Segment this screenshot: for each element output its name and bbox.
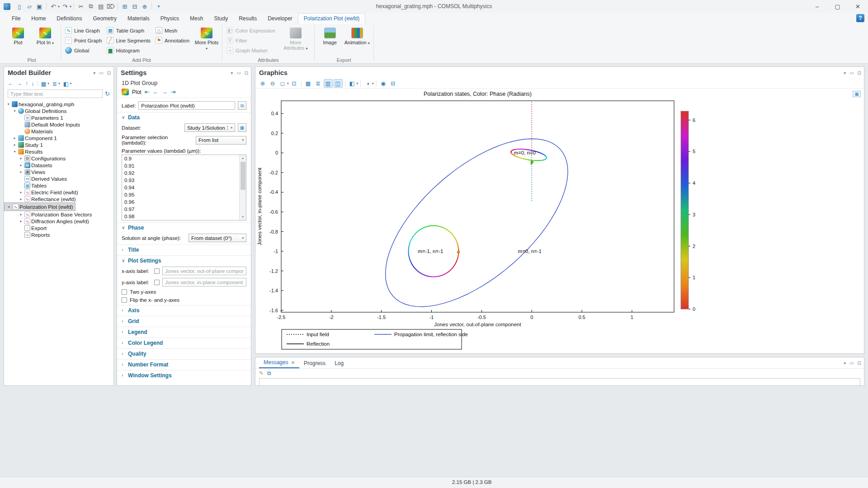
more-plots-button[interactable]: ∿ More Plots ▾ [194, 26, 219, 57]
minimize-button[interactable]: – [807, 0, 827, 13]
list-item[interactable]: 0.94 [122, 184, 239, 191]
tab-log[interactable]: Log [330, 359, 348, 368]
annotation-button[interactable]: ⚑Annotation [154, 36, 192, 45]
settings-plot-button[interactable]: Plot [132, 89, 142, 95]
tab-materials[interactable]: Materials [122, 14, 155, 24]
list-item[interactable]: 0.95 [122, 191, 239, 198]
dataset-actions-button[interactable]: ▦ [238, 123, 246, 132]
zoom-out-icon[interactable]: ⊖ [268, 79, 277, 88]
scrollbar-thumb[interactable] [241, 162, 245, 190]
tab-definitions[interactable]: Definitions [51, 14, 87, 24]
print-icon[interactable]: ⊟ [389, 79, 398, 88]
clear-messages-icon[interactable]: ✎ [259, 370, 264, 376]
tree-item-parameters[interactable]: Parameters 1 [4, 114, 113, 121]
refresh-icon[interactable]: ↻ [105, 90, 110, 97]
tab-developer[interactable]: Developer [262, 14, 298, 24]
panel-float-icon[interactable]: ▭ [99, 70, 103, 75]
frame-toggle-icon[interactable]: ◫ [334, 79, 343, 88]
expand-arrow-icon[interactable]: ▸ [19, 163, 24, 167]
cut-icon[interactable]: ✂ [76, 2, 85, 11]
panel-float-icon[interactable]: ▭ [236, 70, 241, 75]
table-graph-button[interactable]: ▦Table Graph [105, 26, 153, 35]
tree-item-polarization-plot[interactable]: ▸Polarization Plot (ewfd) [4, 202, 75, 211]
tab-physics[interactable]: Physics [155, 14, 184, 24]
list-item[interactable]: 0.98 [122, 213, 239, 220]
plot-tools-toggle-icon[interactable]: ▦ [853, 91, 861, 97]
graph-marker-button[interactable]: +Graph Marker [225, 46, 278, 55]
back-button[interactable]: ← [8, 80, 14, 87]
show-options-button[interactable]: ▦ [41, 80, 47, 87]
panel-menu-icon[interactable]: ▾ [231, 70, 233, 75]
section-axis[interactable]: ›Axis [117, 305, 251, 315]
tab-mesh[interactable]: Mesh [184, 14, 208, 24]
expand-arrow-icon[interactable]: ▸ [19, 190, 24, 194]
parameter-selection-select[interactable]: From list▾ [196, 136, 246, 145]
table-copy-icon[interactable]: ⊞ [120, 2, 129, 11]
list-item[interactable]: 0.9 [122, 155, 239, 162]
tab-home[interactable]: Home [26, 14, 51, 24]
section-quality[interactable]: ›Quality [117, 348, 251, 358]
tree-item-electric-field[interactable]: ▸Electric Field (ewfd) [4, 189, 113, 196]
tab-results[interactable]: Results [233, 14, 262, 24]
tree-item-materials[interactable]: Materials [4, 128, 113, 135]
expand-arrow-icon[interactable]: ▸ [19, 219, 24, 223]
tree-item-datasets[interactable]: ▸Datasets [4, 162, 113, 169]
maximize-button[interactable]: ▢ [827, 0, 848, 13]
point-graph-button[interactable]: ∵Point Graph [64, 36, 104, 45]
close-button[interactable]: ✕ [848, 0, 868, 13]
section-number-format[interactable]: ›Number Format [117, 359, 251, 369]
scroll-up-icon[interactable]: ▴ [242, 155, 244, 161]
more-attributes-button[interactable]: More Attributes ▾ [280, 26, 311, 57]
tab-geometry[interactable]: Geometry [87, 14, 122, 24]
undo-menu-icon[interactable]: ▾ [58, 5, 60, 9]
lighting-icon[interactable]: ◑ [363, 79, 372, 88]
plot-next-button[interactable]: → [162, 89, 168, 95]
graphics-canvas[interactable]: Polarization states, Color: Phase (Radia… [256, 89, 863, 353]
expand-arrow-icon[interactable]: ▾ [6, 102, 11, 106]
label-toggle-button[interactable]: ⧉ [238, 101, 246, 110]
move-down-button[interactable]: ↓ [31, 80, 34, 87]
flip-axes-checkbox[interactable] [122, 297, 127, 303]
chevron-down-icon[interactable]: ▾ [357, 82, 359, 85]
phase-select[interactable]: From dataset (0°)▾ [189, 234, 246, 242]
plot-previous-button[interactable]: ← [153, 89, 159, 95]
scroll-down-icon[interactable]: ▾ [242, 214, 244, 220]
help-button[interactable]: ? [856, 14, 864, 22]
paste-icon[interactable]: ▤ [96, 2, 105, 11]
section-title[interactable]: › Title [117, 244, 251, 254]
tree-item-default-model-inputs[interactable]: Default Model Inputs [4, 121, 113, 128]
label-input[interactable] [138, 101, 235, 110]
qat-menu-icon[interactable]: ▾ [154, 2, 163, 11]
tree-item-diffraction-angles[interactable]: ▸Diffraction Angles (ewfd) [4, 218, 113, 225]
tab-messages[interactable]: Messages✕ [259, 358, 299, 368]
expand-arrow-icon[interactable]: ▸ [12, 143, 17, 147]
axes-icon[interactable]: ≣ [314, 79, 323, 88]
filter-button[interactable]: ∇Filter [225, 36, 278, 45]
expand-arrow-icon[interactable]: ▸ [19, 156, 24, 160]
close-icon[interactable]: ✕ [291, 360, 295, 365]
table-settings-icon[interactable]: ⊟ [130, 2, 139, 11]
panel-float-icon[interactable]: ▭ [849, 361, 854, 366]
tab-study[interactable]: Study [208, 14, 233, 24]
expand-arrow-icon[interactable]: ▸ [19, 170, 24, 174]
collapse-button[interactable]: ≣ [52, 80, 57, 87]
tree-item-derived-values[interactable]: Derived Values [4, 175, 113, 182]
section-grid[interactable]: ›Grid [117, 316, 251, 326]
section-data[interactable]: ∨ Data [117, 112, 251, 122]
tree-item-tables[interactable]: Tables [4, 182, 113, 189]
line-graph-button[interactable]: ∿Line Graph [64, 26, 104, 35]
tree-item-configurations[interactable]: ▸Configurations [4, 155, 113, 162]
panel-float-icon[interactable]: ▭ [849, 70, 854, 75]
section-legend[interactable]: ›Legend [117, 327, 251, 337]
plot-last-button[interactable]: ⇥ [171, 89, 176, 95]
dataset-select[interactable]: Study 1/Solution 1▾ [184, 123, 235, 132]
two-y-axes-checkbox[interactable] [122, 289, 127, 295]
save-icon[interactable]: ▣ [35, 2, 44, 11]
sort-button[interactable]: ◧ [63, 80, 69, 87]
tree-item-component-1[interactable]: ▸Component 1 [4, 135, 113, 141]
appearance-icon[interactable]: ◧ [348, 79, 357, 88]
image-button[interactable]: Image [317, 26, 343, 57]
tree-item-export[interactable]: Export [4, 225, 113, 231]
panel-detach-icon[interactable]: ⊡ [245, 70, 248, 75]
redo-icon[interactable]: ↷ [61, 2, 70, 11]
